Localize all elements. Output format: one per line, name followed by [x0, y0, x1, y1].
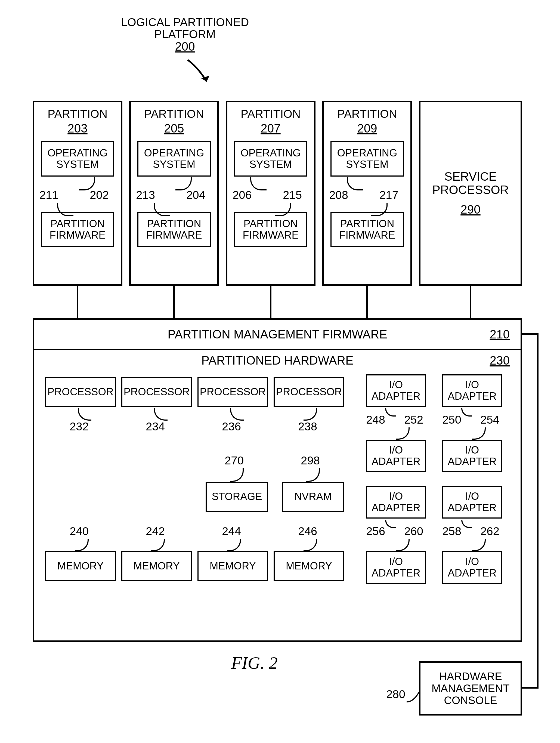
pmf-header: PARTITION MANAGEMENT FIRMWARE 210: [34, 320, 521, 350]
tick-260: [396, 539, 410, 551]
memory-240: MEMORY: [45, 551, 116, 581]
ref-252: 252: [404, 414, 423, 426]
ref-258: 258: [442, 525, 461, 537]
io-label: I/O ADAPTER: [448, 556, 496, 579]
tick-246: [304, 539, 317, 551]
tick-298: [306, 468, 320, 482]
ref-206: 206: [233, 189, 251, 201]
io-adapter-256: I/O ADAPTER: [366, 486, 426, 519]
fw-box-215: PARTITION FIRMWARE: [234, 212, 307, 247]
tick-236: [230, 408, 244, 421]
connector-p3: [270, 286, 271, 318]
ref-256: 256: [366, 525, 385, 537]
tick-256: [385, 520, 396, 528]
connector-p4: [366, 286, 368, 318]
tick-250: [461, 408, 472, 417]
ref-270: 270: [225, 454, 244, 467]
io-label: I/O ADAPTER: [448, 444, 496, 468]
proc-label: PROCESSOR: [276, 386, 342, 398]
tick-242: [151, 539, 165, 551]
service-processor-290: SERVICE PROCESSOR 290: [419, 101, 522, 286]
connector-sp: [470, 286, 471, 318]
proc-label: PROCESSOR: [124, 386, 190, 398]
fw-box-217: PARTITION FIRMWARE: [330, 212, 404, 247]
processor-232: PROCESSOR: [45, 377, 116, 407]
fw-box-211: PARTITION FIRMWARE: [41, 212, 114, 247]
tick-248: [385, 408, 396, 417]
ref-250: 250: [442, 414, 461, 426]
os-label: OPERATING SYSTEM: [241, 147, 301, 170]
partition-title: PARTITION: [48, 108, 107, 120]
io-adapter-248: I/O ADAPTER: [366, 375, 426, 407]
tick-234: [154, 408, 168, 421]
fw-label: PARTITION FIRMWARE: [339, 218, 395, 241]
mem-label: MEMORY: [57, 561, 104, 572]
partition-ref-209: 209: [357, 122, 377, 135]
title-logical-partitioned-platform: LOGICAL PARTITIONED PLATFORM 200: [114, 16, 255, 53]
ref-242: 242: [146, 525, 165, 537]
connector-p2: [173, 286, 175, 318]
ref-230: 230: [490, 354, 510, 367]
main-box: PARTITION MANAGEMENT FIRMWARE 210 PARTIT…: [33, 318, 522, 642]
os-label: OPERATING SYSTEM: [48, 147, 108, 170]
os-label: OPERATING SYSTEM: [337, 147, 398, 170]
tick-252: [396, 427, 410, 440]
ref-232: 232: [69, 421, 89, 433]
ref-213: 213: [136, 189, 155, 201]
proc-label: PROCESSOR: [200, 386, 266, 398]
os-box-208: OPERATING SYSTEM: [330, 141, 404, 177]
title-ref-200: 200: [114, 40, 255, 53]
ref-240: 240: [69, 525, 89, 537]
io-adapter-258: I/O ADAPTER: [442, 486, 502, 519]
hmc-280: HARDWARE MANAGEMENT CONSOLE: [419, 661, 522, 715]
nvram-label: NVRAM: [294, 491, 332, 502]
processor-234: PROCESSOR: [121, 377, 192, 407]
ph-title: PARTITIONED HARDWARE: [201, 354, 353, 367]
partition-ref-203: 203: [67, 122, 87, 135]
tick-270: [230, 468, 244, 482]
nvram-298: NVRAM: [282, 482, 344, 512]
arrow-200: [185, 57, 218, 90]
ref-280: 280: [386, 688, 405, 700]
ref-210: 210: [490, 328, 510, 341]
diagram-canvas: LOGICAL PARTITIONED PLATFORM 200 PARTITI…: [0, 0, 560, 743]
io-label: I/O ADAPTER: [372, 556, 420, 579]
io-adapter-252: I/O ADAPTER: [366, 440, 426, 472]
io-label: I/O ADAPTER: [372, 444, 420, 468]
ref-248: 248: [366, 414, 385, 426]
proc-label: PROCESSOR: [48, 386, 114, 398]
ref-208: 208: [329, 189, 348, 201]
tick-280: [405, 691, 422, 705]
os-box-204: OPERATING SYSTEM: [137, 141, 211, 177]
tick-258: [461, 520, 472, 528]
fw-label: PARTITION FIRMWARE: [49, 218, 105, 241]
pmf-title: PARTITION MANAGEMENT FIRMWARE: [168, 328, 387, 341]
os-box-206: OPERATING SYSTEM: [234, 141, 307, 177]
tick-244: [227, 539, 241, 551]
memory-244: MEMORY: [197, 551, 268, 581]
memory-242: MEMORY: [121, 551, 192, 581]
partition-title: PARTITION: [337, 108, 397, 120]
hmc-title: HARDWARE MANAGEMENT CONSOLE: [432, 670, 510, 706]
storage-270: STORAGE: [205, 482, 268, 512]
ref-290: 290: [461, 203, 480, 216]
io-label: I/O ADAPTER: [448, 379, 496, 402]
ref-298: 298: [301, 454, 320, 467]
processor-236: PROCESSOR: [197, 377, 268, 407]
tick-238: [304, 408, 317, 421]
mem-label: MEMORY: [134, 561, 180, 572]
fw-label: PARTITION FIRMWARE: [243, 218, 298, 241]
fw-label: PARTITION FIRMWARE: [146, 218, 202, 241]
ph-header: PARTITIONED HARDWARE 230: [34, 354, 521, 367]
hmc-wire-v: [537, 333, 539, 688]
memory-246: MEMORY: [274, 551, 344, 581]
partition-title: PARTITION: [144, 108, 204, 120]
io-adapter-262: I/O ADAPTER: [442, 551, 502, 584]
title-line2: PLATFORM: [114, 28, 255, 40]
ref-244: 244: [222, 525, 241, 537]
os-box-202: OPERATING SYSTEM: [41, 141, 114, 177]
mem-label: MEMORY: [210, 561, 256, 572]
tick-262: [472, 539, 486, 551]
ref-217: 217: [379, 189, 399, 201]
storage-label: STORAGE: [212, 491, 262, 502]
